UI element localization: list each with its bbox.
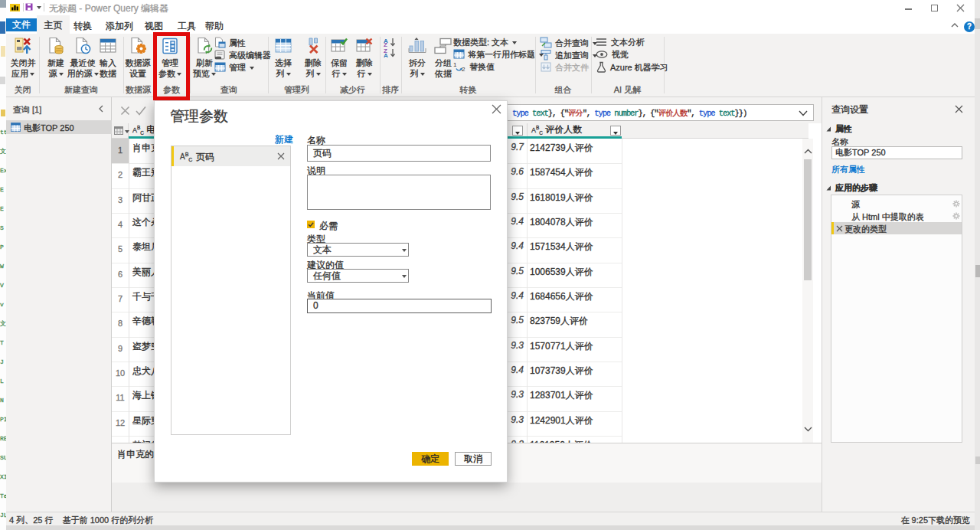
svg-text:A: A xyxy=(384,52,388,58)
svg-text:1: 1 xyxy=(453,61,457,68)
svg-text:2: 2 xyxy=(462,66,466,72)
